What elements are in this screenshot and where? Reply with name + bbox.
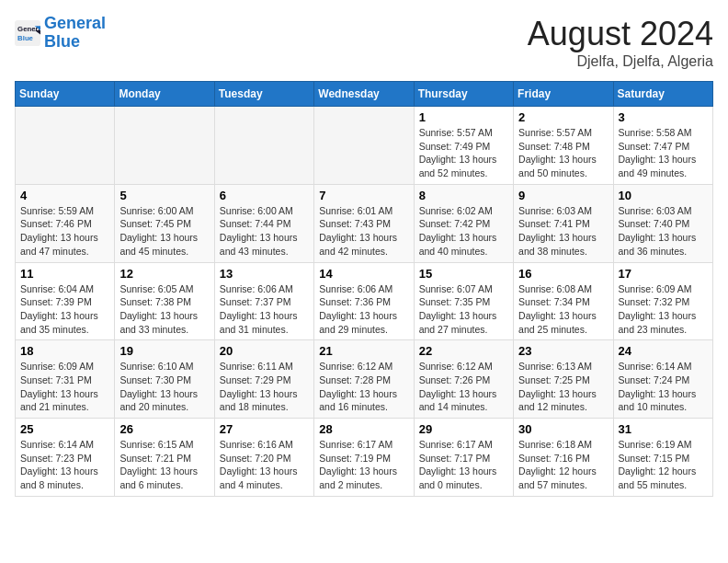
calendar-cell: 26Sunrise: 6:15 AMSunset: 7:21 PMDayligh… — [115, 419, 214, 497]
calendar-cell: 8Sunrise: 6:02 AMSunset: 7:42 PMDaylight… — [414, 184, 513, 262]
day-number: 7 — [319, 189, 408, 202]
page-header: General Blue General Blue August 2024 Dj… — [15, 15, 713, 70]
day-number: 31 — [619, 422, 708, 436]
calendar-cell: 3Sunrise: 5:58 AMSunset: 7:47 PMDaylight… — [613, 107, 712, 185]
calendar-cell: 19Sunrise: 6:10 AMSunset: 7:30 PMDayligh… — [115, 340, 214, 419]
week-row-3: 18Sunrise: 6:09 AMSunset: 7:31 PMDayligh… — [16, 340, 713, 419]
col-saturday: Saturday — [613, 82, 712, 107]
calendar-body: 1Sunrise: 5:57 AMSunset: 7:49 PMDaylight… — [16, 107, 713, 497]
calendar-header: Sunday Monday Tuesday Wednesday Thursday… — [16, 82, 713, 107]
day-info: Sunrise: 6:13 AMSunset: 7:25 PMDaylight:… — [518, 360, 608, 414]
day-number: 20 — [220, 344, 309, 358]
location: Djelfa, Djelfa, Algeria — [528, 53, 713, 70]
day-number: 4 — [20, 189, 109, 202]
calendar-cell — [214, 107, 313, 185]
day-number: 9 — [518, 189, 608, 202]
day-number: 1 — [419, 110, 508, 124]
calendar-cell: 29Sunrise: 6:17 AMSunset: 7:17 PMDayligh… — [414, 419, 513, 497]
calendar-cell: 20Sunrise: 6:11 AMSunset: 7:29 PMDayligh… — [214, 340, 313, 419]
day-info: Sunrise: 6:16 AMSunset: 7:20 PMDaylight:… — [220, 438, 309, 492]
day-number: 28 — [319, 422, 408, 436]
day-info: Sunrise: 6:17 AMSunset: 7:17 PMDaylight:… — [419, 438, 508, 492]
week-row-0: 1Sunrise: 5:57 AMSunset: 7:49 PMDaylight… — [16, 107, 713, 185]
calendar: Sunday Monday Tuesday Wednesday Thursday… — [15, 81, 713, 497]
day-info: Sunrise: 6:12 AMSunset: 7:26 PMDaylight:… — [419, 360, 508, 414]
day-info: Sunrise: 6:06 AMSunset: 7:36 PMDaylight:… — [319, 282, 408, 337]
day-info: Sunrise: 6:11 AMSunset: 7:29 PMDaylight:… — [220, 360, 309, 414]
day-info: Sunrise: 6:00 AMSunset: 7:45 PMDaylight:… — [119, 204, 209, 259]
calendar-cell: 27Sunrise: 6:16 AMSunset: 7:20 PMDayligh… — [214, 419, 313, 497]
day-info: Sunrise: 6:04 AMSunset: 7:39 PMDaylight:… — [20, 282, 109, 337]
day-info: Sunrise: 6:15 AMSunset: 7:21 PMDaylight:… — [119, 438, 209, 492]
calendar-cell: 18Sunrise: 6:09 AMSunset: 7:31 PMDayligh… — [16, 340, 115, 419]
day-info: Sunrise: 6:19 AMSunset: 7:15 PMDaylight:… — [619, 438, 708, 492]
calendar-cell — [115, 107, 214, 185]
day-number: 25 — [20, 422, 109, 436]
header-row: Sunday Monday Tuesday Wednesday Thursday… — [16, 82, 713, 107]
day-info: Sunrise: 6:07 AMSunset: 7:35 PMDaylight:… — [419, 282, 508, 337]
day-info: Sunrise: 6:14 AMSunset: 7:24 PMDaylight:… — [619, 360, 708, 414]
month-year: August 2024 — [528, 15, 713, 53]
day-number: 30 — [518, 422, 608, 436]
calendar-cell: 6Sunrise: 6:00 AMSunset: 7:44 PMDaylight… — [214, 184, 313, 262]
col-sunday: Sunday — [16, 82, 115, 107]
calendar-cell — [16, 107, 115, 185]
logo: General Blue General Blue — [15, 15, 106, 52]
day-info: Sunrise: 6:18 AMSunset: 7:16 PMDaylight:… — [518, 438, 608, 492]
day-info: Sunrise: 6:09 AMSunset: 7:31 PMDaylight:… — [20, 360, 109, 414]
col-monday: Monday — [115, 82, 214, 107]
day-number: 12 — [119, 267, 209, 281]
calendar-cell: 2Sunrise: 5:57 AMSunset: 7:48 PMDaylight… — [514, 107, 613, 185]
col-tuesday: Tuesday — [214, 82, 313, 107]
col-friday: Friday — [514, 82, 613, 107]
day-info: Sunrise: 6:17 AMSunset: 7:19 PMDaylight:… — [319, 438, 408, 492]
day-info: Sunrise: 6:10 AMSunset: 7:30 PMDaylight:… — [119, 360, 209, 414]
day-info: Sunrise: 6:03 AMSunset: 7:40 PMDaylight:… — [619, 204, 708, 259]
day-info: Sunrise: 5:57 AMSunset: 7:49 PMDaylight:… — [419, 126, 508, 180]
day-number: 5 — [119, 189, 209, 202]
calendar-cell: 25Sunrise: 6:14 AMSunset: 7:23 PMDayligh… — [16, 419, 115, 497]
week-row-2: 11Sunrise: 6:04 AMSunset: 7:39 PMDayligh… — [16, 262, 713, 340]
day-number: 15 — [419, 267, 508, 281]
calendar-cell: 4Sunrise: 5:59 AMSunset: 7:46 PMDaylight… — [16, 184, 115, 262]
title-block: August 2024 Djelfa, Djelfa, Algeria — [528, 15, 713, 70]
day-number: 16 — [518, 267, 608, 281]
day-number: 6 — [220, 189, 309, 202]
calendar-cell: 30Sunrise: 6:18 AMSunset: 7:16 PMDayligh… — [514, 419, 613, 497]
day-number: 21 — [319, 344, 408, 358]
calendar-cell — [314, 107, 414, 185]
day-info: Sunrise: 6:01 AMSunset: 7:43 PMDaylight:… — [319, 204, 408, 259]
day-number: 8 — [419, 189, 508, 202]
calendar-cell: 11Sunrise: 6:04 AMSunset: 7:39 PMDayligh… — [16, 262, 115, 340]
day-number: 22 — [419, 344, 508, 358]
day-info: Sunrise: 6:03 AMSunset: 7:41 PMDaylight:… — [518, 204, 608, 259]
calendar-cell: 22Sunrise: 6:12 AMSunset: 7:26 PMDayligh… — [414, 340, 513, 419]
day-info: Sunrise: 5:57 AMSunset: 7:48 PMDaylight:… — [518, 126, 608, 180]
calendar-cell: 24Sunrise: 6:14 AMSunset: 7:24 PMDayligh… — [613, 340, 712, 419]
week-row-4: 25Sunrise: 6:14 AMSunset: 7:23 PMDayligh… — [16, 419, 713, 497]
day-number: 13 — [220, 267, 309, 281]
calendar-cell: 28Sunrise: 6:17 AMSunset: 7:19 PMDayligh… — [314, 419, 414, 497]
day-info: Sunrise: 5:59 AMSunset: 7:46 PMDaylight:… — [20, 204, 109, 259]
calendar-cell: 5Sunrise: 6:00 AMSunset: 7:45 PMDaylight… — [115, 184, 214, 262]
logo-line1: General — [44, 14, 106, 32]
day-info: Sunrise: 5:58 AMSunset: 7:47 PMDaylight:… — [619, 126, 708, 180]
day-number: 10 — [619, 189, 708, 202]
col-wednesday: Wednesday — [314, 82, 414, 107]
day-info: Sunrise: 6:05 AMSunset: 7:38 PMDaylight:… — [119, 282, 209, 337]
calendar-cell: 17Sunrise: 6:09 AMSunset: 7:32 PMDayligh… — [613, 262, 712, 340]
day-number: 14 — [319, 267, 408, 281]
day-info: Sunrise: 6:02 AMSunset: 7:42 PMDaylight:… — [419, 204, 508, 259]
calendar-cell: 13Sunrise: 6:06 AMSunset: 7:37 PMDayligh… — [214, 262, 313, 340]
day-number: 18 — [20, 344, 109, 358]
calendar-cell: 23Sunrise: 6:13 AMSunset: 7:25 PMDayligh… — [514, 340, 613, 419]
calendar-cell: 12Sunrise: 6:05 AMSunset: 7:38 PMDayligh… — [115, 262, 214, 340]
calendar-cell: 9Sunrise: 6:03 AMSunset: 7:41 PMDaylight… — [514, 184, 613, 262]
calendar-cell: 7Sunrise: 6:01 AMSunset: 7:43 PMDaylight… — [314, 184, 414, 262]
day-number: 23 — [518, 344, 608, 358]
logo-line2: Blue — [44, 32, 80, 51]
calendar-cell: 10Sunrise: 6:03 AMSunset: 7:40 PMDayligh… — [613, 184, 712, 262]
calendar-cell: 1Sunrise: 5:57 AMSunset: 7:49 PMDaylight… — [414, 107, 513, 185]
day-number: 26 — [119, 422, 209, 436]
day-number: 17 — [619, 267, 708, 281]
